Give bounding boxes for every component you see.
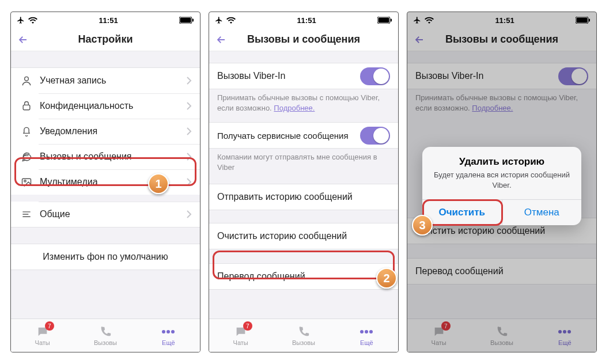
status-time: 11:51 [297, 16, 316, 25]
screen-settings: 11:51 Настройки Учетная запись Конфиденц… [10, 12, 200, 352]
svg-point-8 [167, 330, 170, 333]
toggle-service[interactable] [360, 127, 390, 145]
step-badge-3: 3 [412, 215, 433, 236]
alert-message: Будет удалена вся история сообщений Vibe… [422, 170, 581, 199]
tab-calls[interactable]: Вызовы [74, 319, 137, 352]
image-icon [19, 176, 34, 188]
battery-icon [377, 17, 392, 24]
tab-bar: 7 Чаты Вызовы Ещё [11, 318, 200, 352]
row-wallpaper[interactable]: Изменить фон по умолчанию [11, 244, 200, 270]
tab-chats[interactable]: 7 Чаты [209, 319, 272, 352]
airplane-icon [215, 16, 223, 24]
chevron-right-icon [186, 76, 192, 85]
row-general[interactable]: Общие [11, 195, 200, 227]
svg-point-3 [25, 77, 29, 81]
status-time: 11:51 [99, 16, 118, 25]
phone-icon [296, 325, 312, 338]
list-icon [19, 208, 34, 220]
lock-icon [19, 100, 34, 112]
back-button[interactable] [18, 35, 33, 45]
svg-point-6 [24, 180, 26, 182]
svg-rect-1 [180, 18, 191, 23]
svg-rect-12 [391, 19, 392, 22]
battery-icon [179, 17, 194, 24]
alert-delete-history: Удалить историю Будет удалена вся истори… [422, 147, 581, 225]
tab-more[interactable]: Ещё [137, 319, 200, 352]
alert-confirm-button[interactable]: Очистить [422, 200, 502, 225]
screen-confirm-delete: 11:51 Вызовы и сообщения Вызовы Viber-In… [407, 12, 597, 352]
row-send-history[interactable]: Отправить историю сообщений [209, 184, 398, 210]
more-icon [160, 325, 176, 338]
page-title: Настройки [33, 33, 178, 46]
row-service-msgs[interactable]: Получать сервисные сообщения [209, 123, 398, 148]
tab-more[interactable]: Ещё [335, 319, 398, 352]
phone-icon [97, 325, 113, 338]
row-media[interactable]: Мультимедиа [11, 169, 200, 195]
alert-cancel-button[interactable]: Отмена [502, 200, 582, 225]
tab-chats[interactable]: 7 Чаты [11, 319, 74, 352]
tab-bar: 7 Чаты Вызовы Ещё [209, 318, 398, 352]
row-viber-in[interactable]: Вызовы Viber-In [209, 63, 398, 89]
status-bar: 11:51 [209, 12, 398, 28]
chevron-right-icon [186, 127, 192, 136]
toggle-viber-in[interactable] [360, 67, 390, 85]
svg-rect-11 [379, 18, 389, 23]
row-account[interactable]: Учетная запись [11, 68, 200, 93]
badge-count: 7 [45, 321, 54, 331]
back-button[interactable] [216, 35, 231, 45]
header: Вызовы и сообщения [209, 28, 398, 51]
row-clear-history[interactable]: Очистить историю сообщений [209, 223, 398, 249]
more-icon [358, 325, 374, 338]
row-translate[interactable]: Перевод сообщений [209, 264, 398, 289]
row-notifications[interactable]: Уведомления [11, 119, 200, 144]
svg-point-14 [365, 330, 368, 333]
person-icon [19, 75, 34, 86]
desc-service: Компании могут отправлять мне сообщения … [209, 149, 398, 178]
svg-point-15 [369, 330, 373, 333]
status-bar: 11:51 [11, 12, 200, 28]
airplane-icon [17, 16, 25, 24]
link-more[interactable]: Подробнее. [274, 104, 315, 112]
screen-calls-messages: 11:51 Вызовы и сообщения Вызовы Viber-In… [209, 12, 399, 352]
page-title: Вызовы и сообщения [231, 33, 376, 46]
chevron-right-icon [186, 177, 192, 187]
chevron-right-icon [186, 101, 192, 111]
row-privacy[interactable]: Конфиденциальность [11, 93, 200, 119]
wifi-icon [226, 17, 236, 24]
chevron-right-icon [186, 210, 192, 219]
wifi-icon [28, 17, 37, 24]
alert-title: Удалить историю [422, 147, 581, 170]
step-badge-2: 2 [376, 268, 397, 289]
svg-point-13 [360, 330, 364, 333]
step-badge-1: 1 [148, 173, 169, 194]
badge-count: 7 [243, 321, 252, 331]
chat-icon [19, 151, 34, 162]
row-calls-messages[interactable]: Вызовы и сообщения [11, 144, 200, 169]
svg-rect-4 [23, 105, 30, 109]
svg-point-7 [162, 330, 165, 333]
desc-viber-in: Принимать обычные вызовы с помощью Viber… [209, 89, 398, 119]
svg-rect-2 [192, 19, 194, 22]
header: Настройки [11, 28, 200, 51]
tab-calls[interactable]: Вызовы [272, 319, 335, 352]
bell-icon [19, 126, 34, 137]
chevron-right-icon [186, 152, 192, 161]
svg-point-9 [171, 330, 175, 333]
